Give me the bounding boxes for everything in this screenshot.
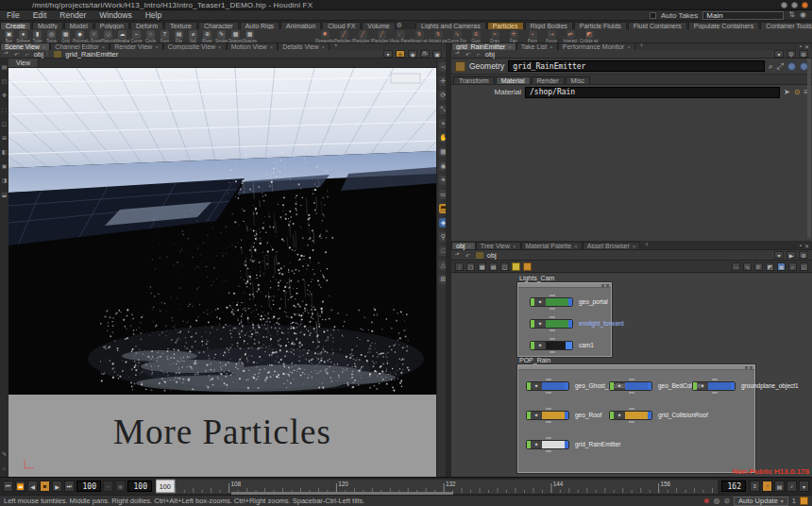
shelf-tool[interactable]: • Point <box>523 30 542 43</box>
tab-close-icon[interactable]: × <box>550 44 553 50</box>
shelf-tool[interactable]: ▮ Tube <box>30 30 44 43</box>
shelf-tool[interactable]: ▦ Grid <box>59 30 73 43</box>
node-render-flag[interactable] <box>565 382 568 390</box>
path-dropdown-icon[interactable]: ▾ <box>383 50 393 58</box>
select-mode-icon[interactable]: ✛ <box>396 50 405 58</box>
gear-icon[interactable]: ⚙ <box>799 251 808 259</box>
shelf-tool[interactable]: ⇢ Force <box>542 30 561 43</box>
shelf-tool[interactable]: ~ Curve <box>129 30 144 43</box>
menu-item[interactable]: Edit <box>26 10 54 20</box>
play-reverse-button[interactable]: ◀ <box>27 481 38 492</box>
toolbar-icon[interactable]: ⬚ <box>2 107 8 112</box>
parameter-tab[interactable]: Misc <box>566 76 590 84</box>
jump-end-button[interactable]: ⏭ <box>64 481 75 492</box>
box-close-icon[interactable] <box>750 366 753 369</box>
shelf-tool[interactable]: ◆ Polymesh <box>73 30 87 43</box>
timeline-ruler[interactable]: 108120132144156100 <box>156 479 718 495</box>
node-output-stub[interactable] <box>546 450 551 452</box>
pen-icon[interactable]: ✎ <box>2 451 7 457</box>
viewport-canvas[interactable]: More Particles <box>8 68 436 477</box>
shelf-tab[interactable]: Populate Containers <box>688 22 759 29</box>
new-node-icon[interactable]: ▢ <box>466 262 475 271</box>
take-spinner-icon[interactable]: ⇅ <box>788 11 795 19</box>
shelf-tab[interactable]: Deform <box>130 22 163 29</box>
shelf-tool[interactable]: ☄ Auto Paren. <box>391 30 410 43</box>
network-box-icon[interactable]: ▣ <box>777 262 786 271</box>
box-minimize-icon[interactable] <box>601 284 604 287</box>
box-minimize-icon[interactable] <box>745 366 748 369</box>
maximize-button[interactable] <box>791 2 798 8</box>
box-close-icon[interactable] <box>606 284 609 287</box>
tab-close-icon[interactable]: × <box>633 244 636 249</box>
character-icon[interactable]: 𐂂 <box>420 50 430 58</box>
range-end-field[interactable]: 162 <box>721 481 746 492</box>
add-pane-tab-icon[interactable]: ＋ <box>330 41 342 50</box>
tab-close-icon[interactable]: × <box>627 44 631 50</box>
dots-icon[interactable]: ⋯ <box>732 262 740 271</box>
network-node[interactable]: ✦ <box>530 319 573 329</box>
node-render-flag[interactable] <box>568 298 572 306</box>
shelf-tool[interactable]: ≈ Drag <box>485 30 504 43</box>
shelf-tab[interactable]: Volume <box>362 22 395 29</box>
shelf-tool[interactable]: ⌀ Null <box>186 30 200 43</box>
pane-maximize-icon[interactable]: ▪ <box>800 243 802 249</box>
toolbar-icon[interactable]: ▤ <box>2 64 8 70</box>
prev-keyframe-button[interactable]: ⏪ <box>15 481 25 492</box>
toolbar-icon[interactable]: ✥ <box>2 93 7 98</box>
parameter-tab[interactable]: Render <box>532 76 565 84</box>
take-new-icon[interactable]: ◉ <box>800 11 806 19</box>
shelf-tool[interactable]: ⑂ L-System <box>87 30 101 43</box>
shelf-tab[interactable]: Container Tools <box>760 22 812 29</box>
asset-folder-icon[interactable] <box>523 262 532 271</box>
memory-cache-icon[interactable] <box>800 497 808 505</box>
shelf-tab[interactable]: Lights and Cameras <box>415 22 486 29</box>
shelf-tab[interactable]: Particles <box>487 22 524 29</box>
shelf-tool[interactable]: ✢ Fan <box>504 30 523 43</box>
path-root[interactable]: obj <box>32 50 45 59</box>
shelf-tab[interactable]: Particle Fluids <box>574 22 627 29</box>
pane-tab[interactable]: obj × <box>451 242 476 249</box>
shelf-tool[interactable]: ⇄ Interact <box>561 30 580 43</box>
node-render-flag[interactable] <box>568 320 572 328</box>
node-chooser-icon[interactable]: ➤ <box>784 88 790 96</box>
node-input-stub[interactable] <box>629 408 634 410</box>
path-dropdown-icon[interactable]: ▾ <box>774 50 784 58</box>
pane-close-icon[interactable]: ✕ <box>804 243 809 249</box>
play-flipbook-icon[interactable]: ▶ <box>787 251 796 259</box>
network-node[interactable]: ✦ <box>609 411 652 420</box>
path-root[interactable]: obj <box>483 50 497 59</box>
scrollbar[interactable] <box>807 59 811 238</box>
tab-close-icon[interactable]: × <box>467 244 471 249</box>
list-mode-icon[interactable]: ⋮ <box>455 262 464 271</box>
parameter-tab[interactable]: Material <box>496 76 531 84</box>
menu-item[interactable]: Help <box>139 10 168 20</box>
layers-icon[interactable]: ▤ <box>489 262 498 271</box>
grid-snap-icon[interactable]: ▦ <box>478 262 486 271</box>
shelf-tool[interactable]: ☁ Metaball <box>115 30 129 43</box>
pane-tab[interactable]: Material Palette × <box>521 242 583 249</box>
toolbar-icon[interactable]: ⊞ <box>2 135 7 141</box>
nav-back-icon[interactable]: ⬏ <box>451 50 463 58</box>
range-lock-icon[interactable]: ⇔ <box>103 481 113 492</box>
toolbar-icon[interactable]: ◰ <box>2 78 8 84</box>
shelf-tool[interactable]: ╱ Particles f. <box>372 30 391 43</box>
shelf-tab[interactable]: Create <box>0 22 31 29</box>
pane-tab[interactable]: Take List × <box>516 42 558 50</box>
dopesheet-icon[interactable]: ▤ <box>774 481 785 492</box>
network-path[interactable]: obj <box>485 251 499 260</box>
network-box-pop-rain[interactable]: POP_Rain ✦ <box>517 364 755 473</box>
color-palette-icon[interactable]: ◩ <box>766 262 774 271</box>
node-output-stub[interactable] <box>550 308 555 310</box>
node-render-flag[interactable] <box>648 382 651 390</box>
pane-tab[interactable]: Motion View × <box>227 42 279 50</box>
shelf-tool[interactable]: T Font <box>158 30 172 43</box>
node-input-stub[interactable] <box>550 338 555 340</box>
node-render-flag[interactable] <box>566 342 572 349</box>
take-select[interactable]: Main <box>702 11 784 20</box>
shelf-tool[interactable]: ↯ Attract wi. <box>410 30 429 43</box>
playbar-menu-icon[interactable]: ▾ <box>799 481 809 492</box>
network-node[interactable]: ✦ <box>530 297 573 307</box>
help-button[interactable] <box>787 62 796 71</box>
node-output-stub[interactable] <box>550 351 555 353</box>
shelf-tool[interactable]: ✎ Stroke <box>214 30 228 43</box>
